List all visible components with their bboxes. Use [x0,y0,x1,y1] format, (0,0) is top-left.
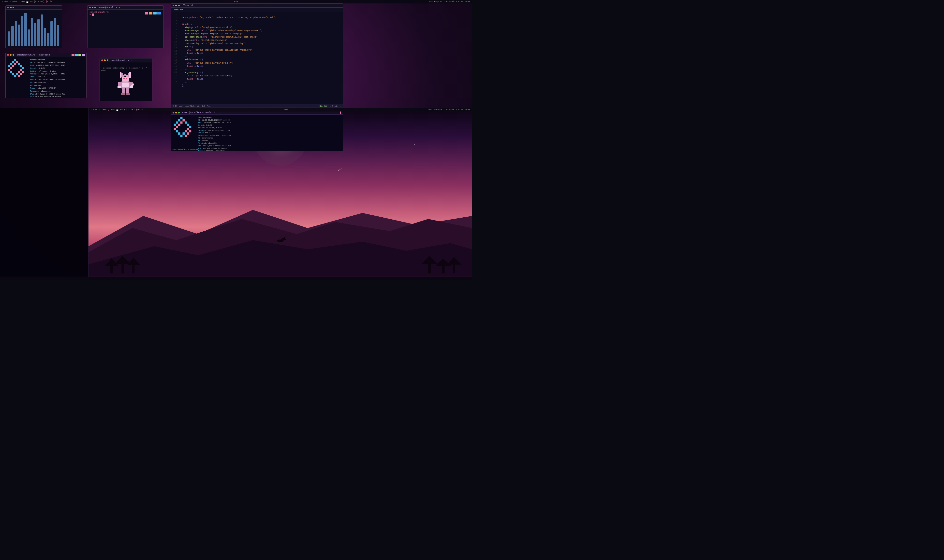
sb-brightness: 100% [12,0,17,3]
t1-title: emmet@snowfire:~ [99,6,120,9]
svg-rect-42 [132,83,134,86]
pk-close-dot[interactable] [101,60,103,61]
nf-min-dot[interactable] [10,54,12,56]
svg-rect-38 [126,93,130,95]
statusbar-left: ⚡ 93% ☀ 100% ♪ 30% 💾 8% (4.7 GB) @eris [2,0,157,3]
editor-code-area[interactable]: description = "No, I don't understand ho… [178,12,343,104]
enf-min-dot[interactable] [175,112,177,114]
enf-max-dot[interactable] [178,112,180,114]
ed-min-dot[interactable] [175,5,177,6]
t1-close-dot[interactable] [89,7,91,8]
csb-volume: 30% [111,109,114,111]
csb-nsp: NSP [144,109,427,111]
sb-ost: Ost [429,0,433,3]
sb-network: enp4s0 [434,0,442,3]
chart-bar-16 [57,25,59,46]
pokemon-command: → pokemon-colorscripts -n lopunny -s -f … [101,67,151,71]
enf-resolution: Resolution: 1920x1080, 1920x1280 [197,134,342,137]
chart-bar-4 [18,25,20,46]
sb-datetime: Tue 6/6/23 9:26:46am [443,0,470,3]
svg-rect-7 [18,63,20,65]
csb-storage-icon: 💾 [116,109,119,111]
editor-tab-active[interactable]: flake.nix [173,8,183,11]
pk-min-dot[interactable] [104,60,106,61]
ed-max-dot[interactable] [178,5,180,6]
enf-wm: WM: xmonad [197,140,342,142]
csb-storage: 8% (4.7 GB) [120,109,134,111]
volume-icon: ♪ [19,1,20,3]
terminal1-window[interactable]: emmet@snowfire:~ emmet@snowfire:~ → [87,5,164,48]
svg-rect-58 [178,132,180,135]
nf-line-gpu: GPU: AMD ATI Radeon RX 6800M [30,95,85,98]
enf-gpu: GPU: AMD ATI Radeon RX 6800M [197,147,342,150]
t1-min-dot[interactable] [92,7,93,8]
pokemon-sprite-svg [113,72,140,97]
chart-bar-8 [31,18,33,46]
nf-close-dot[interactable] [7,54,9,56]
svg-rect-37 [121,93,125,95]
svg-rect-53 [176,126,178,128]
svg-rect-39 [117,86,121,88]
swatch-orange [149,12,153,14]
ed-close-dot[interactable] [173,5,174,6]
swatch-blue [153,12,157,14]
terminal1-titlebar: emmet@snowfire:~ [88,6,163,9]
nf-line-packages: Packages: 717 (nix-system), 2467 [30,73,85,75]
editor-body[interactable]: flake.nix 12345 678910 1112131415 161718… [171,8,343,108]
t1-color-swatches [145,12,161,14]
enf-title: emmet@snowfire — neofetch [182,111,215,114]
pokemon-window: emmet@snowfire:~ → pokemon-colorscripts … [100,58,153,101]
neofetch-body: emmet@snowfire OS: NixOS 23.11.20230607.… [6,57,86,98]
swatch4 [82,54,85,56]
pk-title: emmet@snowfire:~ [111,59,132,62]
code-line-21: flake = false; [179,78,341,81]
svg-rect-30 [126,78,127,79]
chart-bar-7 [28,29,30,46]
chart-bar-12 [44,28,46,46]
csb-battery: 93% [93,109,97,111]
enf-close-dot[interactable] [173,112,174,114]
svg-rect-3 [10,63,12,65]
svg-rect-49 [178,123,180,126]
svg-rect-17 [16,73,18,75]
code-line-7: home-manager.inputs.nixpkgs.follows = "n… [179,32,341,35]
nf-max-dot[interactable] [12,54,14,56]
star-4 [415,145,415,145]
ed-status-mode: Nix (±1) [319,105,329,107]
editor-window[interactable]: flake.nix flake.nix 12345 678910 1112131… [171,3,343,108]
code-line-10: rust-overlay.url = "github:oxalica/rust-… [179,42,341,45]
nf-line-host: Host: ASUSTeK COMPUTER INC. G513 [30,64,85,67]
code-line-23: }; [179,84,341,88]
sb-nsp: NSP [234,0,238,3]
editor-tabbar: flake.nix [171,8,343,12]
editor-content[interactable]: 12345 678910 1112131415 1617181920 21222… [171,12,343,104]
chart-bar-5 [21,16,23,46]
enf-terminal: Terminal: alacritty [197,142,342,145]
svg-rect-54 [174,128,176,130]
enf-kernel: Kernel: 6.1.31 [197,124,342,127]
code-line-18: }; [179,68,341,71]
nf-line-theme: Theme: adw-gtk3 [GTK2/3] [30,87,85,90]
svg-rect-43 [180,117,183,119]
svg-rect-22 [124,74,126,76]
svg-rect-52 [189,126,191,128]
nf-username: emmet@snowfire [30,58,85,62]
close-dot[interactable] [7,7,9,8]
max-dot[interactable] [12,7,14,8]
enf-os: OS: NixOS 23.11.20230607 x86_64 [197,119,342,122]
terminal1-body[interactable]: emmet@snowfire:~ → [88,9,163,48]
svg-rect-60 [182,132,185,135]
nf-line-uptime: Uptime: 17 hours, 6 mins [30,70,85,73]
chart-bar-9 [34,23,36,46]
pk-max-dot[interactable] [107,60,108,61]
sb-battery: 93% [5,0,8,3]
svg-rect-10 [10,67,12,69]
enf-de: DE: None+xmonad [197,137,342,140]
min-dot[interactable] [10,7,12,8]
enf-shell: Shell: zsh 5.9 [197,132,342,134]
svg-rect-59 [185,130,187,132]
svg-rect-4 [14,63,16,65]
t1-max-dot[interactable] [94,7,96,8]
neofetch-logo [7,58,29,97]
enf-scroll-indicator [340,111,341,114]
